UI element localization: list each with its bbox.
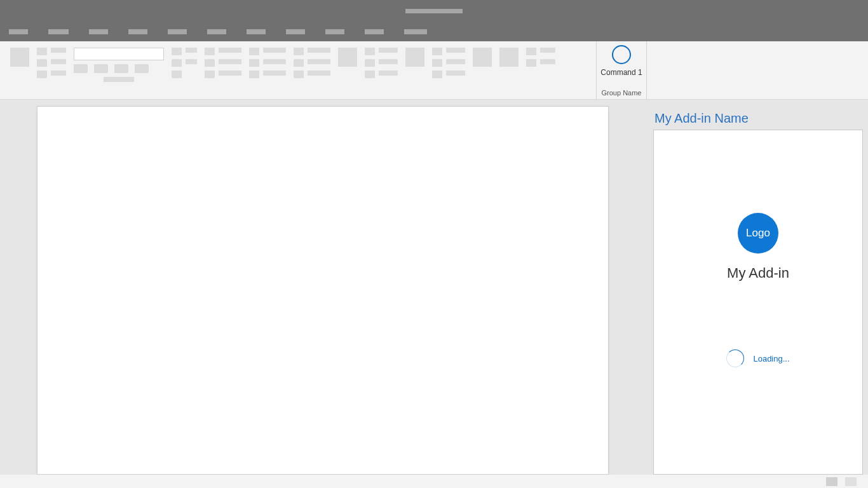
document-canvas[interactable] — [37, 106, 609, 475]
view-button[interactable] — [826, 477, 837, 486]
ribbon-tab[interactable] — [247, 29, 266, 34]
ribbon-tab-bar — [0, 22, 868, 41]
ribbon-tab[interactable] — [89, 29, 108, 34]
spinner-icon — [726, 349, 744, 367]
view-button[interactable] — [845, 477, 857, 486]
command-label: Command 1 — [600, 68, 642, 77]
task-pane-title: My Add-in Name — [653, 106, 863, 130]
ribbon: Command 1 Group Name — [0, 41, 868, 100]
title-bar — [0, 0, 868, 22]
workspace: My Add-in Name Logo My Add-in Loading... — [0, 100, 868, 475]
task-pane-body: Logo My Add-in Loading... — [653, 130, 863, 475]
ribbon-tab[interactable] — [207, 29, 226, 34]
addin-logo: Logo — [738, 213, 778, 254]
ribbon-tab[interactable] — [128, 29, 147, 34]
loading-indicator: Loading... — [726, 349, 789, 367]
font-dropdown[interactable] — [74, 48, 164, 60]
status-bar — [0, 475, 868, 488]
logo-text: Logo — [746, 227, 770, 240]
title-placeholder — [405, 9, 463, 13]
ribbon-tab[interactable] — [286, 29, 305, 34]
task-pane: My Add-in Name Logo My Add-in Loading... — [653, 106, 863, 475]
loading-text: Loading... — [753, 354, 789, 363]
ribbon-tab[interactable] — [48, 29, 69, 34]
ribbon-addin-command[interactable]: Command 1 Group Name — [596, 41, 647, 99]
ribbon-tab[interactable] — [404, 29, 427, 34]
command-icon — [612, 45, 631, 64]
ribbon-group-label: Group Name — [602, 89, 642, 97]
ribbon-tab[interactable] — [365, 29, 384, 34]
addin-name-label: My Add-in — [727, 265, 789, 281]
ribbon-tab[interactable] — [325, 29, 344, 34]
ribbon-tab[interactable] — [168, 29, 187, 34]
ribbon-groups — [0, 41, 563, 99]
ribbon-tab[interactable] — [9, 29, 28, 34]
